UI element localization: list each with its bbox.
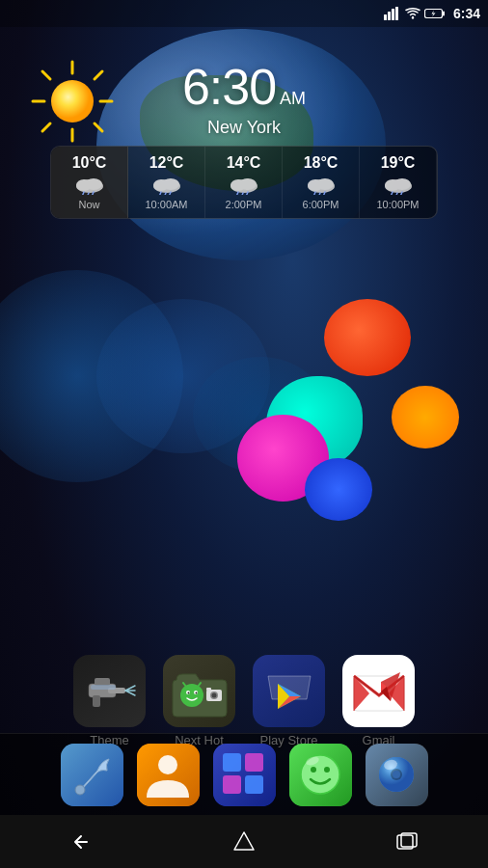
weather-icon-10am	[149, 174, 184, 195]
color-blobs	[0, 280, 488, 550]
svg-line-44	[395, 193, 397, 195]
svg-rect-9	[384, 14, 387, 20]
dock-icon-wrench[interactable]	[61, 744, 123, 806]
svg-line-20	[87, 193, 89, 195]
svg-point-64	[75, 785, 85, 795]
blob-blue	[305, 458, 372, 521]
signal-icon	[384, 7, 401, 20]
svg-point-24	[162, 178, 179, 190]
weather-icon-2pm	[227, 174, 261, 195]
svg-point-60	[211, 692, 216, 697]
nav-back-button[interactable]	[52, 823, 110, 861]
nav-back-icon	[68, 831, 95, 853]
svg-line-32	[241, 193, 243, 195]
weather-label-now: Now	[78, 199, 99, 210]
svg-rect-68	[223, 753, 241, 772]
weather-clock-widget: 6:30 AM New York 10°C Now 12°C	[0, 58, 488, 219]
blob-orange	[392, 386, 459, 448]
gmail-icon-svg	[350, 665, 408, 718]
svg-line-31	[236, 192, 238, 195]
svg-line-25	[159, 192, 161, 195]
svg-rect-49	[93, 695, 100, 707]
clock-location: New York	[207, 118, 281, 138]
nexthot-icon-svg	[171, 663, 229, 720]
svg-rect-63	[61, 744, 123, 806]
weather-icon-6pm	[304, 174, 339, 195]
dock-icon-settings[interactable]	[366, 744, 428, 806]
svg-point-74	[311, 767, 316, 773]
app-icon-gmail[interactable]	[342, 655, 415, 727]
weather-label-2pm: 2:00PM	[226, 199, 262, 210]
weather-icon-10pm	[381, 174, 416, 195]
clock-display: 6:30 AM	[182, 58, 306, 116]
svg-rect-10	[388, 12, 391, 20]
blob-red	[324, 299, 411, 376]
weather-cell-10am: 12°C 10:00AM	[128, 147, 205, 218]
nav-recents-button[interactable]	[378, 823, 436, 861]
status-icons: 6:34	[384, 6, 480, 21]
svg-rect-67	[213, 744, 276, 806]
bottom-dock	[0, 733, 488, 815]
nav-home-icon	[232, 830, 256, 854]
svg-point-55	[195, 692, 197, 693]
clock-time: 6:30	[182, 58, 276, 116]
svg-point-36	[316, 178, 334, 190]
dock-icon-facetime[interactable]	[289, 744, 352, 806]
weather-cell-now: 10°C Now	[51, 147, 128, 218]
app-icon-playstore[interactable]	[253, 655, 325, 727]
svg-point-66	[158, 755, 177, 774]
wrench-icon-svg	[61, 744, 123, 806]
weather-cell-10pm: 19°C 10:00PM	[360, 147, 437, 218]
svg-rect-69	[245, 753, 263, 772]
weather-label-10am: 10:00AM	[145, 199, 187, 210]
tiles-icon-svg	[213, 744, 276, 806]
svg-point-51	[180, 684, 203, 707]
battery-icon	[424, 8, 446, 19]
status-bar: 6:34	[0, 0, 488, 27]
theme-icon-svg	[81, 665, 139, 718]
svg-rect-11	[392, 9, 394, 20]
nav-home-button[interactable]	[215, 823, 273, 861]
svg-line-37	[313, 192, 315, 195]
weather-temp-10am: 12°C	[149, 154, 184, 172]
svg-rect-70	[223, 775, 241, 794]
svg-point-82	[393, 771, 400, 778]
svg-rect-12	[395, 7, 398, 20]
weather-temp-10pm: 19°C	[381, 154, 416, 172]
svg-rect-61	[206, 688, 211, 691]
app-icon-nexthot[interactable]	[163, 655, 235, 727]
weather-label-10pm: 10:00PM	[376, 199, 419, 210]
weather-label-6pm: 6:00PM	[303, 199, 339, 210]
svg-rect-15	[443, 12, 445, 16]
svg-rect-71	[245, 775, 263, 794]
weather-bar: 10°C Now 12°C 10:00AM	[50, 146, 438, 219]
weather-cell-2pm: 14°C 2:00PM	[205, 147, 283, 218]
facetime-icon-svg	[289, 744, 352, 806]
weather-temp-2pm: 14°C	[227, 154, 261, 172]
playstore-icon-svg	[260, 663, 318, 720]
weather-cell-6pm: 18°C 6:00PM	[283, 147, 360, 218]
settings-icon-svg	[366, 744, 428, 806]
status-time: 6:34	[453, 6, 480, 21]
nav-recents-icon	[395, 831, 419, 853]
svg-point-54	[187, 692, 189, 693]
weather-temp-now: 10°C	[72, 154, 107, 172]
wifi-icon	[405, 8, 420, 19]
navigation-bar	[0, 815, 488, 868]
weather-temp-6pm: 18°C	[304, 154, 339, 172]
svg-line-19	[82, 192, 84, 195]
svg-point-30	[239, 178, 257, 190]
app-icon-theme[interactable]	[73, 655, 146, 727]
weather-icon-now	[72, 174, 107, 195]
dock-icon-contacts[interactable]	[137, 744, 200, 806]
svg-line-43	[391, 192, 393, 195]
svg-rect-47	[95, 678, 110, 686]
svg-point-42	[393, 178, 411, 190]
dock-icon-tiles[interactable]	[213, 744, 276, 806]
svg-line-38	[318, 193, 320, 195]
svg-point-75	[324, 767, 330, 773]
contacts-icon-svg	[137, 744, 200, 806]
svg-point-18	[85, 178, 102, 190]
clock-ampm: AM	[280, 89, 306, 109]
svg-line-26	[164, 193, 166, 195]
